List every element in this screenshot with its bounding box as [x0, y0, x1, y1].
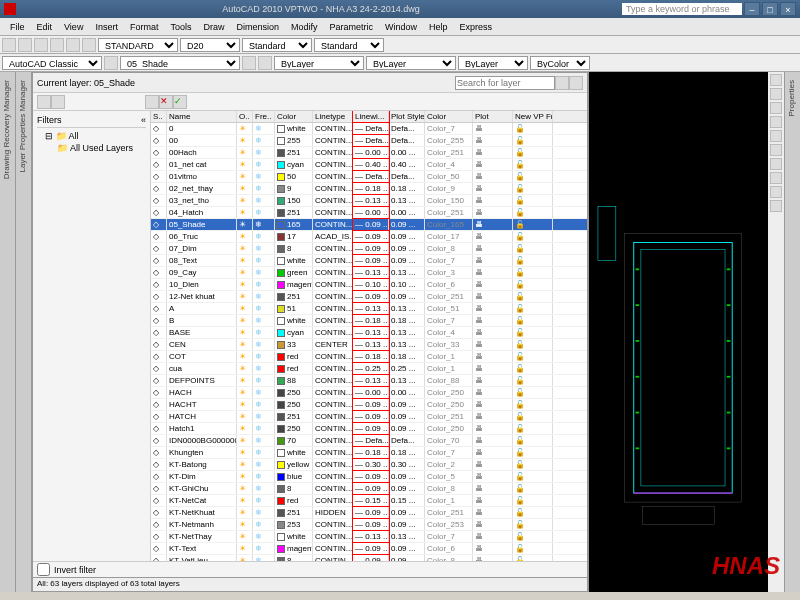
layer-row[interactable]: ◇04_Hatch☀❄251CONTIN...— 0.00 ...0.00 ..… [151, 207, 587, 219]
menu-draw[interactable]: Draw [197, 20, 230, 34]
menu-help[interactable]: Help [423, 20, 454, 34]
layer-row[interactable]: ◇KT-Netmanh☀❄253CONTIN...— 0.09 ...0.09 … [151, 519, 587, 531]
layer-row[interactable]: ◇KT-NetCat☀❄redCONTIN...— 0.15 ...0.15 .… [151, 495, 587, 507]
col-color2[interactable]: Color [425, 111, 473, 122]
layer-row[interactable]: ◇DEFPOINTS☀❄88CONTIN...— 0.13 ...0.13 ..… [151, 375, 587, 387]
layer-row[interactable]: ◇00☀❄255CONTIN...— Defa...Defa...Color_2… [151, 135, 587, 147]
open-button[interactable] [18, 38, 32, 52]
linetype-select[interactable]: ByLayer [366, 56, 456, 70]
layer-row[interactable]: ◇HATCH☀❄251CONTIN...— 0.09 ...0.09 ...Co… [151, 411, 587, 423]
pan-icon[interactable] [770, 74, 782, 86]
set-current-button[interactable]: ✓ [173, 95, 187, 109]
menu-file[interactable]: File [4, 20, 31, 34]
layer-row[interactable]: ◇Hatch1☀❄250CONTIN...— 0.09 ...0.09 ...C… [151, 423, 587, 435]
menu-parametric[interactable]: Parametric [324, 20, 380, 34]
refresh-button[interactable] [555, 76, 569, 90]
menu-view[interactable]: View [58, 20, 89, 34]
layer-row[interactable]: ◇A☀❄51CONTIN...— 0.13 ...0.13 ...Color_5… [151, 303, 587, 315]
delete-layer-button[interactable]: ✕ [159, 95, 173, 109]
style-select-3[interactable]: Standard [242, 38, 312, 52]
lineweight-select[interactable]: ByLayer [458, 56, 528, 70]
layer-row[interactable]: ◇10_Dien☀❄magentaCONTIN...— 0.10 ...0.10… [151, 279, 587, 291]
move-icon[interactable] [770, 172, 782, 184]
save-button[interactable] [34, 38, 48, 52]
redo-button[interactable] [82, 38, 96, 52]
layer-row[interactable]: ◇HACH☀❄250CONTIN...— 0.00 ...0.00 ...Col… [151, 387, 587, 399]
layer-row[interactable]: ◇KT-Batong☀❄yellowCONTIN...— 0.30 ...0.3… [151, 459, 587, 471]
menu-dimension[interactable]: Dimension [230, 20, 285, 34]
zoom-icon[interactable] [770, 88, 782, 100]
menu-window[interactable]: Window [379, 20, 423, 34]
plot-button[interactable] [50, 38, 64, 52]
layer-tool-1[interactable] [242, 56, 256, 70]
close-button[interactable]: × [780, 2, 796, 16]
drawing-canvas[interactable] [588, 72, 768, 592]
copy-icon[interactable] [770, 186, 782, 198]
layer-row[interactable]: ◇05_Shade☀❄165CONTIN...— 0.09 ...0.09 ..… [151, 219, 587, 231]
help-search[interactable]: Type a keyword or phrase [622, 3, 742, 15]
orbit-icon[interactable] [770, 102, 782, 114]
filter-all[interactable]: ⊟ 📁 All [37, 130, 146, 142]
minimize-button[interactable]: – [744, 2, 760, 16]
layer-row[interactable]: ◇IDN0000BG0000001...☀❄70CONTIN...— Defa.… [151, 435, 587, 447]
menu-edit[interactable]: Edit [31, 20, 59, 34]
rect-icon[interactable] [770, 130, 782, 142]
layer-row[interactable]: ◇B☀❄whiteCONTIN...— 0.18 ...0.18 ...Colo… [151, 315, 587, 327]
panel-tab-recovery[interactable]: Drawing Recovery Manager [0, 72, 13, 187]
layer-row[interactable]: ◇01vitmo☀❄50CONTIN...— Defa...Defa...Col… [151, 171, 587, 183]
layer-row[interactable]: ◇06_Truc☀❄17ACAD_IS...— 0.09 ...0.09 ...… [151, 231, 587, 243]
plotstyle-select[interactable]: ByColor [530, 56, 590, 70]
layer-row[interactable]: ◇cua☀❄redCONTIN...— 0.25 ...0.25 ...Colo… [151, 363, 587, 375]
menu-insert[interactable]: Insert [89, 20, 124, 34]
col-lineweight[interactable]: Linewi... [353, 111, 389, 122]
properties-tab[interactable]: Properties [784, 72, 800, 592]
color-select[interactable]: ByLayer [274, 56, 364, 70]
workspace-select[interactable]: AutoCAD Classic [2, 56, 102, 70]
layer-tool-2[interactable] [258, 56, 272, 70]
layer-row[interactable]: ◇00Hach☀❄251CONTIN...— 0.00 ...0.00 ...C… [151, 147, 587, 159]
menu-tools[interactable]: Tools [164, 20, 197, 34]
panel-tab-layers[interactable]: Layer Properties Manager [16, 72, 29, 181]
layer-row[interactable]: ◇07_Dim☀❄8CONTIN...— 0.09 ...0.09 ...Col… [151, 243, 587, 255]
layer-row[interactable]: ◇KT-GhiChu☀❄8CONTIN...— 0.09 ...0.09 ...… [151, 483, 587, 495]
style-select-4[interactable]: Standard [314, 38, 384, 52]
menu-modify[interactable]: Modify [285, 20, 324, 34]
layer-row[interactable]: ◇KT-Text☀❄magentaCONTIN...— 0.09 ...0.09… [151, 543, 587, 555]
style-select-1[interactable]: STANDARD [98, 38, 178, 52]
col-plot[interactable]: Plot [473, 111, 513, 122]
new-filter-button[interactable] [37, 95, 51, 109]
layer-row[interactable]: ◇KT-Dim☀❄blueCONTIN...— 0.09 ...0.09 ...… [151, 471, 587, 483]
rotate-icon[interactable] [770, 200, 782, 212]
layer-row[interactable]: ◇01_net cat☀❄cyanCONTIN...— 0.40 ...0.40… [151, 159, 587, 171]
arc-icon[interactable] [770, 158, 782, 170]
layer-props-button[interactable] [104, 56, 118, 70]
layer-row[interactable]: ◇Khungten☀❄whiteCONTIN...— 0.18 ...0.18 … [151, 447, 587, 459]
col-color[interactable]: Color [275, 111, 313, 122]
style-select-2[interactable]: D20 [180, 38, 240, 52]
new-group-button[interactable] [51, 95, 65, 109]
layer-row[interactable]: ◇HACHT☀❄250CONTIN...— 0.09 ...0.09 ...Co… [151, 399, 587, 411]
layer-row[interactable]: ◇CEN☀❄33CENTER— 0.13 ...0.13 ...Color_33… [151, 339, 587, 351]
col-newvp[interactable]: New VP Freeze [513, 111, 553, 122]
menu-format[interactable]: Format [124, 20, 165, 34]
layer-row[interactable]: ◇02_net_thay☀❄9CONTIN...— 0.18 ...0.18 .… [151, 183, 587, 195]
col-plotstyle[interactable]: Plot Style [389, 111, 425, 122]
menu-express[interactable]: Express [454, 20, 499, 34]
line-icon[interactable] [770, 116, 782, 128]
settings-button[interactable] [569, 76, 583, 90]
col-status[interactable]: S.. [151, 111, 167, 122]
col-on[interactable]: O.. [237, 111, 253, 122]
circle-icon[interactable] [770, 144, 782, 156]
layer-row[interactable]: ◇KT-NetKhuat☀❄251HIDDEN— 0.09 ...0.09 ..… [151, 507, 587, 519]
layer-row[interactable]: ◇KT-NetThay☀❄whiteCONTIN...— 0.13 ...0.1… [151, 531, 587, 543]
invert-filter-checkbox[interactable] [37, 563, 50, 576]
layer-row[interactable]: ◇09_Cay☀❄greenCONTIN...— 0.13 ...0.13 ..… [151, 267, 587, 279]
maximize-button[interactable]: □ [762, 2, 778, 16]
layer-row[interactable]: ◇12-Net khuat☀❄251CONTIN...— 0.09 ...0.0… [151, 291, 587, 303]
layer-row[interactable]: ◇03_net_tho☀❄150CONTIN...— 0.13 ...0.13 … [151, 195, 587, 207]
undo-button[interactable] [66, 38, 80, 52]
new-button[interactable] [2, 38, 16, 52]
layer-row[interactable]: ◇0☀❄whiteCONTIN...— Defa...Defa...Color_… [151, 123, 587, 135]
col-name[interactable]: Name [167, 111, 237, 122]
layer-row[interactable]: ◇COT☀❄redCONTIN...— 0.18 ...0.18 ...Colo… [151, 351, 587, 363]
